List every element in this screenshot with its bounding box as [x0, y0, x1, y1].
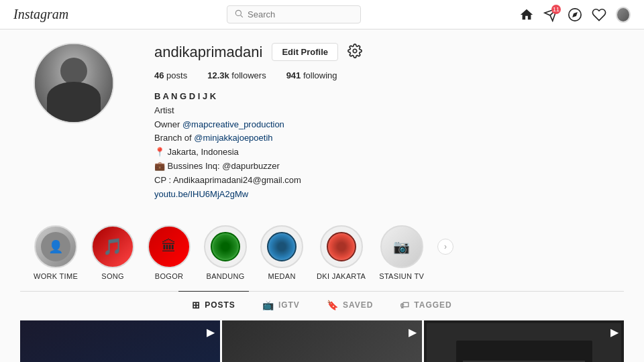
profile-tabs: ⊞ POSTS 📺 IGTV 🔖 SAVED 🏷 TAGGED: [20, 291, 624, 318]
bio-business: 💼 Bussines Inq: @dapurbuzzer: [154, 160, 610, 174]
instagram-logo: Instagram: [13, 7, 68, 22]
message-badge: 11: [551, 5, 561, 14]
post1-image: DRAMASOSIAL MEDIA CIPT: ANDIKA PRIMADANI: [20, 320, 220, 362]
highlight-label-bogor: BOGOR: [155, 272, 183, 280]
bio-owner-link[interactable]: @mapcreative_production: [182, 119, 284, 129]
video-play-icon-1: ▶: [207, 326, 215, 339]
highlight-circle-song: 🎵: [91, 225, 134, 268]
highlight-circle-bandung: [204, 225, 247, 268]
highlight-circle-work: 👤: [34, 225, 77, 268]
profile-avatar: [34, 43, 114, 123]
highlight-song[interactable]: 🎵 SONG: [91, 225, 134, 280]
highlight-circle-dki: [320, 225, 363, 268]
highlight-label-stasiun: STASIUN TV: [379, 272, 424, 280]
svg-point-4: [353, 49, 357, 53]
following-count: 941: [286, 70, 301, 80]
highlight-medan[interactable]: MEDAN: [260, 225, 303, 280]
grid-icon: ⊞: [192, 300, 201, 310]
following-stat[interactable]: 941 following: [286, 70, 337, 80]
nav-icons: 11: [519, 7, 631, 22]
tv-icon: 📺: [262, 300, 274, 310]
highlight-bandung[interactable]: BANDUNG: [204, 225, 247, 280]
search-input[interactable]: [248, 9, 348, 19]
post-thumb-2[interactable]: ▶: [222, 320, 422, 362]
highlight-label-medan: MEDAN: [268, 272, 295, 280]
highlight-label-bandung: BANDUNG: [207, 272, 245, 280]
post-thumb-1[interactable]: DRAMASOSIAL MEDIA CIPT: ANDIKA PRIMADANI…: [20, 320, 220, 362]
home-icon[interactable]: [519, 7, 534, 22]
bio-name: B A N G D I J K: [154, 91, 216, 101]
followers-count: 12.3k: [207, 70, 229, 80]
followers-stat[interactable]: 12.3k followers: [207, 70, 266, 80]
tab-tagged-label: TAGGED: [414, 300, 451, 310]
bookmark-icon: 🔖: [327, 300, 339, 310]
profile-stats: 46 posts 12.3k followers 941 following: [154, 70, 610, 80]
profile-info: andikaprimadani Edit Profile 46 posts 12…: [154, 43, 610, 201]
highlight-circle-bogor: 🏛: [148, 225, 191, 268]
svg-marker-3: [572, 12, 578, 17]
highlights-next-button[interactable]: ›: [437, 239, 453, 255]
svg-point-0: [235, 10, 241, 15]
bio-branch-link[interactable]: @minjakkajoepoetih: [194, 133, 272, 143]
profile-nav-avatar[interactable]: [616, 7, 631, 22]
highlight-stasiun-tv[interactable]: 📷 STASIUN TV: [379, 225, 424, 280]
bogor-flag-icon: 🏛: [156, 233, 182, 260]
tag-icon: 🏷: [400, 300, 410, 310]
tab-igtv[interactable]: 📺 IGTV: [249, 291, 313, 318]
tab-saved[interactable]: 🔖 SAVED: [313, 291, 386, 318]
following-label: following: [303, 70, 337, 80]
bio-owner-label: Owner: [154, 119, 182, 129]
medan-seal-icon: [267, 232, 297, 261]
bio-url[interactable]: youtu.be/IHU6MjA2gMw: [154, 189, 248, 199]
highlights-row: 👤 WORK TIME 🎵 SONG 🏛 BOGOR BANDUNG: [20, 215, 624, 291]
bio-owner: Owner @mapcreative_production: [154, 118, 610, 132]
editor-preview: [427, 323, 621, 362]
svg-line-1: [241, 15, 243, 17]
username-row: andikaprimadani Edit Profile: [154, 43, 610, 61]
highlight-dki-jakarta[interactable]: DKI JAKARTA: [317, 225, 366, 280]
activity-icon[interactable]: [592, 7, 606, 22]
followers-label: followers: [231, 70, 266, 80]
posts-label: posts: [166, 70, 187, 80]
highlight-bogor[interactable]: 🏛 BOGOR: [148, 225, 191, 280]
profile-header: andikaprimadani Edit Profile 46 posts 12…: [20, 43, 624, 215]
bio-role: Artist: [154, 104, 610, 118]
posts-grid: DRAMASOSIAL MEDIA CIPT: ANDIKA PRIMADANI…: [20, 318, 624, 362]
tab-posts-label: POSTS: [205, 300, 235, 310]
tab-posts[interactable]: ⊞ POSTS: [178, 291, 249, 318]
posts-count: 46: [154, 70, 164, 80]
bio-branch: Branch of @minjakkajoepoetih: [154, 131, 610, 145]
tab-saved-label: SAVED: [343, 300, 373, 310]
highlight-label-song: SONG: [101, 272, 124, 280]
profile-username: andikaprimadani: [154, 44, 262, 61]
tab-igtv-label: IGTV: [278, 300, 300, 310]
post-thumb-3[interactable]: ▶: [424, 320, 624, 362]
main-content: andikaprimadani Edit Profile 46 posts 12…: [20, 29, 624, 362]
highlight-label-dki: DKI JAKARTA: [317, 272, 366, 280]
messages-icon[interactable]: 11: [543, 7, 558, 22]
bandung-seal-icon: [211, 232, 240, 261]
profile-avatar-wrap: [34, 43, 114, 123]
highlight-label-work: WORK TIME: [34, 272, 78, 280]
tab-tagged[interactable]: 🏷 TAGGED: [386, 291, 465, 318]
post2-image: [222, 320, 422, 362]
bio-branch-label: Branch of: [154, 133, 194, 143]
search-bar[interactable]: [227, 5, 361, 23]
bio-contact: CP : Andikaaprimadani24@gmail.com: [154, 174, 610, 188]
search-icon: [234, 9, 244, 20]
highlight-work-time[interactable]: 👤 WORK TIME: [34, 225, 78, 280]
explore-icon[interactable]: [568, 7, 582, 22]
editor-preview-inner: [456, 341, 592, 362]
song-icon: 🎵: [103, 237, 123, 256]
edit-profile-button[interactable]: Edit Profile: [272, 43, 338, 61]
highlight-circle-medan: [260, 225, 303, 268]
bio-location: 📍 Jakarta, Indonesia: [154, 145, 610, 160]
profile-avatar-image: [35, 44, 113, 122]
video-play-icon-2: ▶: [409, 326, 417, 339]
dki-seal-icon: [327, 232, 356, 261]
highlight-circle-stasiun: 📷: [380, 225, 423, 268]
work-person-icon: 👤: [41, 232, 70, 261]
posts-stat: 46 posts: [154, 70, 187, 80]
settings-icon[interactable]: [347, 44, 362, 60]
profile-bio: B A N G D I J K Artist Owner @mapcreativ…: [154, 90, 610, 201]
